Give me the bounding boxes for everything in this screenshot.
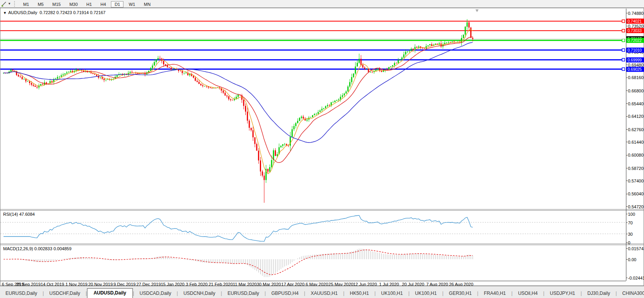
chart-symbol-label: AUDUSD,Daily (8, 10, 37, 15)
price-tick-0.74880: 0.74880 (628, 11, 644, 16)
chart-tab-audusd-daily[interactable]: AUDUSD,Daily (87, 288, 133, 298)
hline-end-marker (622, 49, 625, 51)
draw-tool-dropdown-caret-icon[interactable]: ▼ (8, 2, 11, 5)
price-tick-dash (626, 142, 628, 142)
price-tick-dash (626, 194, 628, 194)
timeframe-buttons: M1M5M15M30H1H4D1W1MN (19, 0, 155, 7)
chart-tab-bar: EURUSD,Daily|USDCHF,Daily|AUDUSD,Daily|U… (0, 286, 644, 298)
hline-end-marker (622, 29, 625, 32)
rsi-pane[interactable] (0, 211, 626, 244)
hline-price-label-0.74021: 0.74021 (626, 19, 644, 24)
chart-tab-usdchf-daily[interactable]: USDCHF,Daily (44, 289, 86, 298)
chart-tab-uk100-h1[interactable]: UK100,H1 (376, 289, 408, 298)
hline-end-marker (622, 20, 625, 23)
price-tick-0.57400: 0.57400 (628, 179, 644, 183)
rsi-tick-0: 0 (628, 240, 630, 245)
macd-histogram-group (4, 249, 473, 277)
timeframe-button-h1[interactable]: H1 (83, 1, 95, 7)
price-tick-dash (626, 155, 628, 155)
macd-tick--0.024412: -0.024412 (628, 276, 644, 280)
chart-tab-usdjpy-h1[interactable]: USDJPY,H1 (544, 289, 581, 298)
timeframe-button-d1[interactable]: D1 (111, 1, 123, 7)
rsi-tick-dash (626, 214, 628, 214)
chart-tab-gbpusd-h4[interactable]: GBPUSD,H4 (266, 289, 304, 298)
rsi-tick-30: 30 (628, 232, 633, 237)
timeframe-button-m15[interactable]: M15 (49, 1, 64, 7)
price-tick-dash (626, 168, 628, 168)
chart-window: ▼AUDUSD,Daily 0.72282 0.72423 0.71914 0.… (0, 8, 644, 286)
price-tick-dash (626, 116, 628, 117)
timeframe-button-h4[interactable]: H4 (97, 1, 109, 7)
macd-tick-0.015741: 0.015741 (628, 246, 644, 251)
price-tick-dash (626, 90, 628, 91)
toolbar-grip[interactable] (14, 1, 16, 7)
ma-fast-line (4, 30, 473, 173)
rsi-indicator-label: RSI(14) 47.6084 (3, 212, 35, 217)
hline-price-label-0.72022: 0.72022 (626, 38, 644, 43)
price-tick-0.62760: 0.62760 (628, 127, 644, 132)
chart-tab-usdcad-daily[interactable]: USDCAD,Daily (134, 289, 177, 298)
top-toolbar: ▼ M1M5M15M30H1H4D1W1MN (0, 0, 644, 8)
price-tick-dash (626, 181, 628, 181)
ma-slow-line (4, 42, 473, 143)
price-tick-0.64120: 0.64120 (628, 114, 644, 119)
line-draw-tool-icon[interactable] (0, 0, 8, 7)
timeframe-button-m1[interactable]: M1 (20, 1, 33, 7)
chart-title: ▼AUDUSD,Daily 0.72282 0.72423 0.71914 0.… (3, 10, 105, 15)
price-tick-0.58720: 0.58720 (628, 166, 644, 171)
chart-tab-eurusd-daily[interactable]: EURUSD,Daily (222, 289, 265, 298)
timeframe-button-w1[interactable]: W1 (125, 1, 139, 7)
rsi-line (4, 215, 473, 241)
timeframe-button-m30[interactable]: M30 (66, 1, 81, 7)
chart-tab-ger30-h1[interactable]: GER30,H1 (443, 289, 477, 298)
macd-tick-0.00: 0.00 (628, 257, 636, 262)
hline-end-marker (622, 58, 625, 61)
rsi-tick-dash (626, 242, 628, 243)
hline-price-label-0.73033: 0.73033 (626, 28, 644, 33)
price-tick-dash (626, 65, 628, 65)
horizontal-lines-group (0, 20, 625, 70)
chart-tab-xauusd-h1[interactable]: XAUUSD,H1 (305, 289, 343, 298)
rsi-tick-dash (626, 222, 628, 223)
macd-pane[interactable] (0, 245, 626, 281)
hline-end-marker (622, 68, 625, 70)
price-tick-0.68160: 0.68160 (628, 75, 644, 80)
chart-tab-eurusd-daily[interactable]: EURUSD,Daily (0, 289, 43, 298)
chart-tab-fra40-h1[interactable]: FRA40,H1 (478, 289, 511, 298)
chart-ohlc-values: 0.72282 0.72423 0.71914 0.72167 (40, 10, 105, 15)
macd-tick-dash (626, 248, 628, 249)
symbol-dropdown-icon[interactable]: ▼ (3, 11, 7, 15)
main-price-pane[interactable] (0, 9, 626, 209)
chart-tab-usdcnh-daily[interactable]: USDCNH,Daily (178, 289, 221, 298)
price-tick-dash (626, 13, 628, 13)
ma-medium-line (4, 37, 473, 163)
rsi-tick-100: 100 (628, 212, 635, 217)
hline-end-marker (622, 39, 625, 42)
timeframe-button-mn[interactable]: MN (140, 1, 154, 7)
rsi-tick-70: 70 (628, 220, 633, 225)
price-tick-0.65440: 0.65440 (628, 101, 644, 106)
price-tick-dash (626, 26, 628, 26)
hline-price-label-0.71010: 0.71010 (626, 47, 644, 52)
chart-shift-marker[interactable] (475, 9, 479, 12)
price-tick-dash (626, 206, 628, 207)
chart-tab-dj30-daily[interactable]: DJ30,Daily (582, 289, 615, 298)
timeframe-button-m5[interactable]: M5 (34, 1, 47, 7)
price-tick-0.54720: 0.54720 (628, 204, 644, 209)
chart-tab-china300-h1[interactable]: CHINA300,H1 (617, 289, 644, 298)
chart-tab-usoil-h4[interactable]: USOil,H4 (513, 289, 543, 298)
price-tick-dash (626, 103, 628, 104)
hline-price-label-0.69999: 0.69999 (626, 57, 644, 62)
price-tick-0.60080: 0.60080 (628, 153, 644, 157)
chart-tab-uk100-h1[interactable]: UK100,H1 (410, 289, 442, 298)
candles-group (3, 19, 473, 203)
macd-indicator-label: MACD(12,26,9) 0.002833 0.004859 (3, 246, 71, 251)
macd-tick-dash (626, 278, 628, 278)
price-tick-0.56040: 0.56040 (628, 191, 644, 196)
hline-price-label-0.69025: 0.69025 (626, 67, 644, 72)
price-tick-0.61440: 0.61440 (628, 140, 644, 144)
price-tick-dash (626, 129, 628, 130)
price-tick-dash (626, 78, 628, 78)
chart-tab-hk50-h1[interactable]: HK50,H1 (345, 289, 375, 298)
macd-tick-dash (626, 259, 628, 260)
